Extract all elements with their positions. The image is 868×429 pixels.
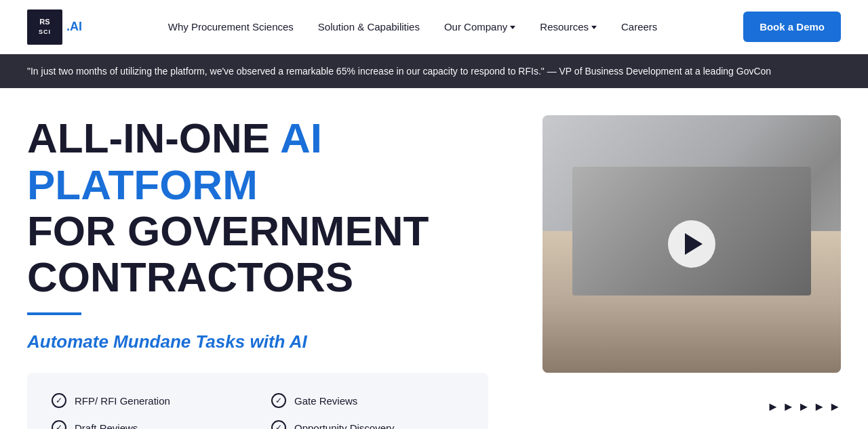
chevron-down-icon-resources — [591, 26, 597, 29]
chevron-down-icon — [510, 26, 515, 29]
logo-text: RSSCI — [39, 18, 51, 35]
feature-label-gate: Gate Reviews — [294, 395, 357, 407]
hero-media: ► ► ► ► ► — [542, 115, 841, 429]
feature-opportunity: ✓ Opportunity Discovery — [271, 420, 464, 429]
book-demo-button[interactable]: Book a Demo — [743, 12, 841, 42]
hero-heading-line3: CONTRACTORS — [27, 253, 353, 300]
logo[interactable]: RSSCI .AI — [27, 9, 82, 45]
nav-item-why-ps[interactable]: Why Procurement Sciences — [168, 21, 294, 33]
nav-link-resources[interactable]: Resources — [540, 21, 597, 33]
check-icon-rfp: ✓ — [52, 393, 66, 408]
feature-label-opp: Opportunity Discovery — [294, 422, 395, 429]
logo-box: RSSCI — [27, 9, 62, 45]
feature-label-rfp: RFP/ RFI Generation — [75, 395, 170, 407]
check-icon-draft: ✓ — [52, 420, 66, 429]
nav-link-our-company[interactable]: Our Company — [444, 21, 515, 33]
play-button[interactable] — [668, 220, 715, 268]
check-icon-opp: ✓ — [271, 420, 286, 429]
hero-heading-plain: ALL-IN-ONE — [27, 115, 280, 161]
feature-rfp-rfi: ✓ RFP/ RFI Generation — [52, 393, 244, 408]
arrow-decoration-text: ► ► ► ► ► — [767, 400, 841, 414]
arrow-decorations: ► ► ► ► ► — [767, 400, 841, 414]
hero-section: ALL-IN-ONE AI PLATFORM FOR GOVERNMENT CO… — [0, 88, 868, 429]
hero-heading-line2: FOR GOVERNMENT — [27, 207, 429, 254]
navbar: RSSCI .AI Why Procurement Sciences Solut… — [0, 0, 868, 54]
hero-content: ALL-IN-ONE AI PLATFORM FOR GOVERNMENT CO… — [27, 115, 542, 429]
features-grid: ✓ RFP/ RFI Generation ✓ Gate Reviews ✓ D… — [27, 373, 488, 429]
feature-draft-reviews: ✓ Draft Reviews — [52, 420, 244, 429]
hero-divider — [27, 312, 81, 315]
nav-item-resources[interactable]: Resources — [540, 21, 597, 33]
hero-subheading: Automate Mundane Tasks with AI — [27, 331, 515, 352]
main-nav: Why Procurement Sciences Solution & Capa… — [168, 21, 658, 33]
logo-ai-label: .AI — [66, 20, 82, 34]
nav-item-careers[interactable]: Careers — [621, 21, 657, 33]
video-thumbnail[interactable] — [542, 115, 841, 373]
feature-label-draft: Draft Reviews — [75, 422, 138, 429]
nav-link-solution[interactable]: Solution & Capabilities — [318, 21, 420, 33]
announcement-text: "In just two months of utilizing the pla… — [27, 66, 771, 77]
play-triangle-icon — [685, 233, 703, 255]
nav-link-careers[interactable]: Careers — [621, 21, 657, 33]
feature-gate-reviews: ✓ Gate Reviews — [271, 393, 464, 408]
nav-item-solution[interactable]: Solution & Capabilities — [318, 21, 420, 33]
nav-link-why-ps[interactable]: Why Procurement Sciences — [168, 21, 294, 33]
check-icon-gate: ✓ — [271, 393, 286, 408]
hero-heading: ALL-IN-ONE AI PLATFORM FOR GOVERNMENT CO… — [27, 115, 515, 300]
logo-dot: .AI — [66, 20, 82, 33]
nav-item-our-company[interactable]: Our Company — [444, 21, 515, 33]
announcement-banner: "In just two months of utilizing the pla… — [0, 54, 868, 88]
